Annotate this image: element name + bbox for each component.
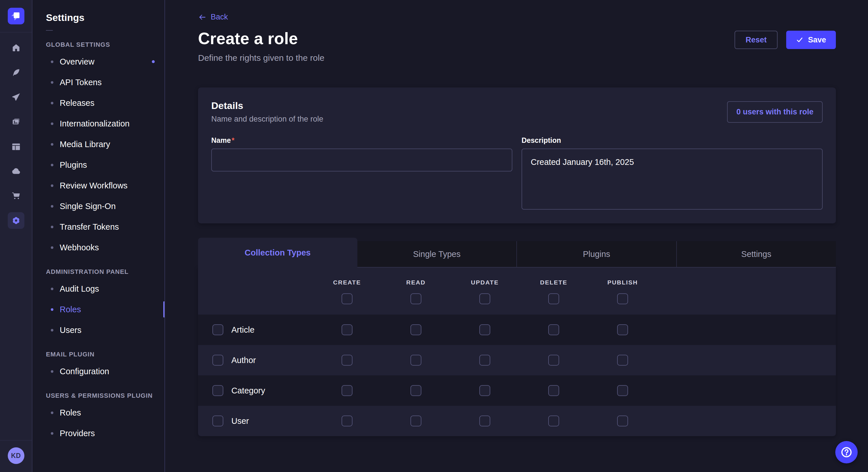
bullet-icon (51, 246, 53, 249)
select-all-publish-checkbox[interactable] (617, 293, 628, 304)
settings-sidebar-sections: GLOBAL SETTINGSOverviewAPI TokensRelease… (32, 41, 164, 444)
bullet-icon (51, 184, 53, 187)
permission-row-category: Category (198, 375, 836, 406)
nav-content-manager[interactable] (8, 138, 24, 155)
row-label: Category (231, 386, 265, 396)
sidebar-item-configuration[interactable]: Configuration (32, 361, 164, 382)
save-button[interactable]: Save (786, 31, 836, 49)
sidebar-item-single-sign-on[interactable]: Single Sign-On (32, 196, 164, 216)
article-publish-checkbox[interactable] (617, 324, 628, 335)
user-publish-checkbox[interactable] (617, 415, 628, 427)
sidebar-item-users[interactable]: Users (32, 320, 164, 340)
column-label: UPDATE (471, 279, 499, 286)
sidebar-item-overview[interactable]: Overview (32, 51, 164, 72)
sidebar-item-internationalization[interactable]: Internationalization (32, 113, 164, 134)
select-row-article-checkbox[interactable] (212, 324, 223, 335)
nav-deploy[interactable] (8, 89, 24, 105)
name-input[interactable] (211, 148, 513, 171)
permission-cell (451, 385, 519, 396)
author-update-checkbox[interactable] (479, 355, 490, 366)
select-all-update-checkbox[interactable] (479, 293, 490, 304)
users-with-role-button[interactable]: 0 users with this role (727, 101, 823, 123)
user-create-checkbox[interactable] (342, 415, 352, 427)
permission-cell (381, 355, 451, 366)
author-publish-checkbox[interactable] (617, 355, 628, 366)
details-fields: Name* Description Created January 16th, … (211, 136, 823, 210)
select-row-category-checkbox[interactable] (212, 385, 223, 396)
bullet-icon (51, 432, 53, 435)
user-avatar[interactable]: KD (8, 447, 24, 464)
sidebar-item-transfer-tokens[interactable]: Transfer Tokens (32, 216, 164, 237)
permissions-tabs: Collection TypesSingle TypesPluginsSetti… (198, 238, 836, 268)
author-delete-checkbox[interactable] (548, 355, 559, 366)
permission-cell (588, 324, 657, 335)
tab-settings[interactable]: Settings (676, 241, 836, 268)
article-create-checkbox[interactable] (342, 324, 352, 335)
permission-row-user: User (198, 406, 836, 436)
sidebar-item-plugins[interactable]: Plugins (32, 155, 164, 175)
bullet-icon (51, 81, 53, 84)
nav-media-library[interactable] (8, 113, 24, 130)
tab-collection-types[interactable]: Collection Types (198, 238, 358, 268)
reset-button[interactable]: Reset (735, 31, 778, 49)
permission-cell (519, 324, 588, 335)
rail-icon-list (8, 32, 24, 229)
nav-content-type-builder[interactable] (8, 64, 24, 81)
article-update-checkbox[interactable] (479, 324, 490, 335)
author-read-checkbox[interactable] (410, 355, 422, 366)
bullet-icon (51, 61, 53, 63)
tab-plugins[interactable]: Plugins (516, 241, 676, 268)
sidebar-item-releases[interactable]: Releases (32, 93, 164, 113)
row-name-cell: Author (198, 355, 313, 366)
column-label: CREATE (333, 279, 361, 286)
article-read-checkbox[interactable] (410, 324, 422, 335)
category-delete-checkbox[interactable] (548, 385, 559, 396)
permission-column-update: UPDATE (451, 279, 519, 304)
name-field-group: Name* (211, 136, 513, 210)
permission-column-publish: PUBLISH (588, 279, 657, 304)
sidebar-item-review-workflows[interactable]: Review Workflows (32, 175, 164, 196)
select-row-user-checkbox[interactable] (212, 415, 223, 427)
sidebar-item-api-tokens[interactable]: API Tokens (32, 72, 164, 93)
nav-marketplace[interactable] (8, 188, 24, 204)
back-link[interactable]: Back (198, 12, 228, 22)
permission-column-delete: DELETE (519, 279, 588, 304)
strapi-logo[interactable] (8, 8, 24, 24)
user-read-checkbox[interactable] (410, 415, 422, 427)
help-button[interactable] (835, 441, 858, 463)
main-nav-rail: KD (0, 0, 32, 472)
select-row-author-checkbox[interactable] (212, 355, 223, 366)
user-update-checkbox[interactable] (479, 415, 490, 427)
row-name-cell: User (198, 415, 313, 427)
tab-single-types[interactable]: Single Types (358, 241, 517, 268)
details-title: Details (211, 100, 323, 111)
sidebar-item-media-library[interactable]: Media Library (32, 134, 164, 155)
select-all-create-checkbox[interactable] (342, 293, 352, 304)
nav-cloud[interactable] (8, 163, 24, 179)
sidebar-item-webhooks[interactable]: Webhooks (32, 237, 164, 258)
home-icon (11, 43, 21, 53)
sidebar-item-audit-logs[interactable]: Audit Logs (32, 278, 164, 299)
category-create-checkbox[interactable] (342, 385, 352, 396)
user-delete-checkbox[interactable] (548, 415, 559, 427)
permission-column-read: READ (381, 279, 451, 304)
select-all-delete-checkbox[interactable] (548, 293, 559, 304)
sidebar-item-roles[interactable]: Roles (32, 402, 164, 423)
category-update-checkbox[interactable] (479, 385, 490, 396)
permission-cell (451, 415, 519, 427)
nav-home[interactable] (8, 40, 24, 56)
description-textarea[interactable]: Created January 16th, 2025 (522, 148, 823, 210)
column-label: PUBLISH (608, 279, 638, 286)
layout-icon (11, 142, 21, 151)
sidebar-item-providers[interactable]: Providers (32, 423, 164, 444)
nav-settings[interactable] (8, 212, 24, 229)
permission-cell (381, 415, 451, 427)
select-all-read-checkbox[interactable] (410, 293, 422, 304)
sidebar-item-roles[interactable]: Roles (32, 299, 164, 320)
images-icon (11, 117, 21, 127)
category-read-checkbox[interactable] (410, 385, 422, 396)
article-delete-checkbox[interactable] (548, 324, 559, 335)
category-publish-checkbox[interactable] (617, 385, 628, 396)
sidebar-section-heading: USERS & PERMISSIONS PLUGIN (46, 392, 164, 400)
author-create-checkbox[interactable] (342, 355, 352, 366)
